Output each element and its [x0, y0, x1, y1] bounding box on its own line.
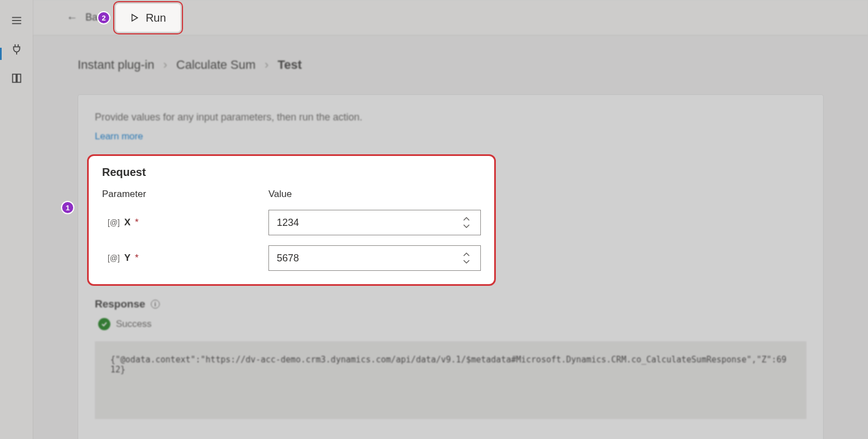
chevron-right-icon: › — [265, 58, 268, 72]
param-y-value-wrap — [268, 245, 481, 271]
annotation-badge-2: 2 — [97, 11, 110, 24]
back-arrow-icon[interactable]: ← — [67, 11, 78, 24]
test-panel: Provide values for any input parameters,… — [78, 94, 824, 439]
request-title: Request — [102, 166, 481, 179]
info-icon[interactable]: i — [151, 300, 160, 309]
success-icon — [98, 318, 110, 330]
at-icon: [@] — [108, 254, 120, 263]
response-status-row: Success — [95, 318, 806, 330]
column-header-value: Value — [268, 189, 481, 200]
run-button-label: Run — [146, 12, 166, 24]
spinner-x[interactable] — [463, 212, 478, 233]
intro-text: Provide values for any input parameters,… — [95, 112, 806, 123]
response-status-text: Success — [116, 319, 151, 330]
chevron-right-icon: › — [163, 58, 167, 72]
left-sidebar — [0, 0, 33, 439]
param-y-label: [@] Y * — [102, 253, 257, 264]
param-x-label: [@] X * — [102, 217, 257, 228]
breadcrumb-current: Test — [277, 58, 302, 72]
column-header-parameter: Parameter — [102, 189, 257, 200]
response-body: {"@odata.context":"https://dv-acc-demo.c… — [95, 341, 806, 419]
response-title: Response — [95, 298, 145, 310]
chevron-down-icon — [463, 223, 470, 229]
content-area: Instant plug-in › Calculate Sum › Test P… — [33, 36, 868, 439]
param-y-input[interactable] — [268, 245, 481, 271]
svg-marker-3 — [132, 14, 138, 21]
chevron-down-icon — [463, 259, 470, 264]
sidebar-active-indicator — [0, 48, 2, 60]
breadcrumb-item[interactable]: Instant plug-in — [78, 58, 154, 72]
param-x-value-wrap — [268, 210, 481, 235]
chevron-up-icon — [463, 216, 470, 222]
breadcrumb-item[interactable]: Calculate Sum — [176, 58, 256, 72]
request-section: Request Parameter Value [@] X * — [87, 154, 496, 286]
response-section: Response i Success {"@odata.context":"ht… — [95, 298, 806, 419]
hamburger-icon[interactable] — [11, 14, 23, 27]
breadcrumb: Instant plug-in › Calculate Sum › Test — [78, 58, 824, 72]
learn-more-link[interactable]: Learn more — [95, 131, 143, 142]
play-icon — [130, 13, 139, 22]
annotation-badge-1: 1 — [61, 201, 74, 214]
chevron-up-icon — [463, 252, 470, 258]
plug-icon[interactable] — [11, 43, 23, 55]
spinner-y[interactable] — [463, 248, 478, 269]
param-x-input[interactable] — [268, 210, 481, 235]
run-button[interactable]: Run — [115, 3, 181, 32]
book-icon[interactable] — [11, 72, 23, 84]
at-icon: [@] — [108, 218, 120, 227]
